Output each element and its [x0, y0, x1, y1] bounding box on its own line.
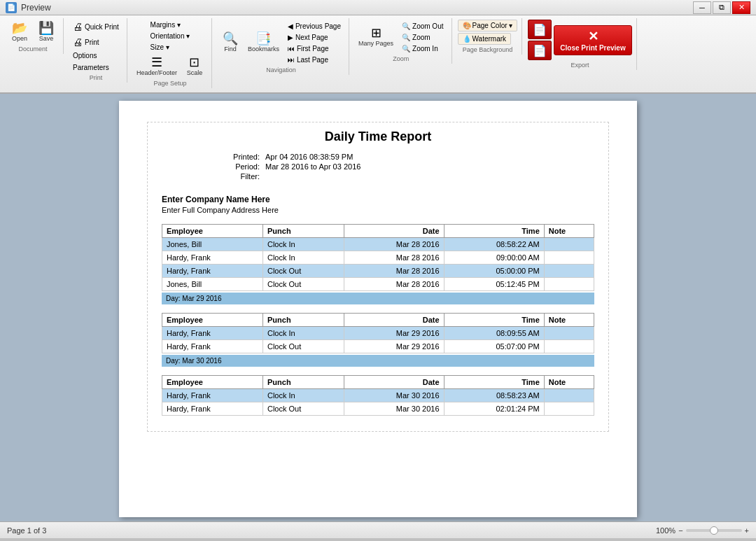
zoom-in-icon: 🔍 — [402, 45, 410, 52]
many-pages-button[interactable]: ⊞ Many Pages — [355, 24, 397, 49]
col-employee-1: Employee — [162, 225, 263, 238]
next-page-button[interactable]: ▶ Next Page — [284, 32, 344, 43]
page-setup-group-label: Page Setup — [153, 80, 186, 87]
col-date-2: Date — [344, 314, 444, 327]
header-footer-icon: ☰ — [151, 56, 162, 69]
export-group-label: Export — [570, 62, 589, 69]
ribbon-group-print: 🖨 Quick Print 🖨 Print Options Parameters… — [65, 18, 127, 83]
col-punch-1: Punch — [262, 225, 344, 238]
employee-cell: Jones, Bill — [162, 238, 263, 251]
page-info: Page 1 of 3 — [7, 526, 46, 535]
report-title: Daily Time Report — [162, 129, 594, 144]
save-icon: 💾 — [38, 22, 54, 34]
table-section-2: Employee Punch Date Time Note Hardy, Fra… — [162, 313, 594, 353]
printed-value: Apr 04 2016 08:38:59 PM — [265, 153, 353, 161]
punch-cell: Clock Out — [262, 402, 344, 416]
header-footer-button[interactable]: ☰ Header/Footer — [133, 54, 181, 78]
quick-print-icon: 🖨 — [73, 21, 83, 32]
employee-cell: Jones, Bill — [162, 278, 263, 291]
zoom-slider[interactable] — [686, 529, 742, 532]
time-cell: 08:58:22 AM — [444, 238, 544, 251]
table-row: Hardy, Frank Clock Out Mar 28 2016 05:00… — [162, 265, 594, 278]
options-button[interactable]: Options — [69, 50, 100, 61]
time-cell: 08:58:23 AM — [444, 389, 544, 402]
document-page: Daily Time Report Printed: Apr 04 2016 0… — [119, 101, 637, 517]
table-section-1: Employee Punch Date Time Note Jones, Bil… — [162, 224, 594, 291]
note-cell — [544, 389, 594, 402]
date-cell: Mar 28 2016 — [344, 238, 444, 251]
zoom-group-label: Zoom — [393, 55, 409, 62]
zoom-in-status-icon[interactable]: + — [745, 526, 749, 535]
pdf-export-button-2[interactable]: 📄 — [528, 41, 552, 60]
zoom-level: 100% — [656, 526, 676, 535]
date-cell: Mar 28 2016 — [344, 265, 444, 278]
previous-page-button[interactable]: ◀ Previous Page — [284, 21, 344, 31]
col-note-2: Note — [544, 314, 594, 327]
print-group-label: Print — [90, 74, 103, 81]
open-icon: 📂 — [12, 22, 27, 34]
ribbon-group-page-setup: Margins ▾ Orientation ▾ Size ▾ ☰ Header/… — [129, 18, 212, 88]
table-row: Jones, Bill Clock In Mar 28 2016 08:58:2… — [162, 238, 594, 251]
bookmarks-button[interactable]: 📑 Bookmarks — [244, 30, 283, 55]
table-section-3: Employee Punch Date Time Note Hardy, Fra… — [162, 375, 594, 416]
page-content: Daily Time Report Printed: Apr 04 2016 0… — [147, 122, 609, 432]
open-button[interactable]: 📂 Open — [7, 20, 32, 44]
col-date-1: Date — [344, 225, 444, 238]
zoom-out-button[interactable]: 🔍 Zoom Out — [398, 21, 447, 31]
punch-cell: Clock In — [262, 327, 344, 340]
time-cell: 05:00:00 PM — [444, 265, 544, 278]
employee-cell: Hardy, Frank — [162, 265, 263, 278]
parameters-button[interactable]: Parameters — [69, 62, 113, 73]
window-controls: ─ ⧉ ✕ — [693, 1, 750, 14]
window-title: Preview — [21, 3, 51, 13]
note-cell — [544, 402, 594, 416]
save-button[interactable]: 💾 Save — [34, 20, 59, 44]
col-time-2: Time — [444, 314, 544, 327]
period-label: Period: — [218, 162, 260, 171]
zoom-out-status-icon[interactable]: − — [678, 526, 682, 535]
size-button[interactable]: Size ▾ — [147, 42, 173, 52]
page-color-button[interactable]: 🎨 Page Color ▾ — [458, 20, 518, 31]
restore-button[interactable]: ⧉ — [713, 1, 731, 14]
ribbon-group-export: 📄 📄 ✕ Close Print Preview Export — [524, 18, 636, 70]
date-cell: Mar 30 2016 — [344, 389, 444, 402]
col-note-3: Note — [544, 376, 594, 389]
col-punch-2: Punch — [262, 314, 344, 327]
punch-cell: Clock Out — [262, 340, 344, 353]
col-time-3: Time — [444, 376, 544, 389]
ribbon: 📂 Open 💾 Save Document 🖨 Quick Print 🖨 — [0, 15, 756, 94]
printed-label: Printed: — [218, 153, 260, 161]
table-row: Hardy, Frank Clock In Mar 28 2016 09:00:… — [162, 251, 594, 265]
time-cell: 02:01:24 PM — [444, 402, 544, 416]
zoom-out-icon: 🔍 — [402, 22, 410, 30]
punch-cell: Clock In — [262, 251, 344, 265]
first-page-button[interactable]: ⏮ First Page — [284, 43, 344, 54]
next-page-icon: ▶ — [288, 34, 293, 41]
zoom-in-button[interactable]: 🔍 Zoom In — [398, 43, 447, 54]
watermark-button[interactable]: 💧 Watermark — [458, 33, 512, 45]
last-page-button[interactable]: ⏭ Last Page — [284, 55, 344, 65]
period-value: Mar 28 2016 to Apr 03 2016 — [265, 162, 360, 171]
margins-button[interactable]: Margins ▾ — [147, 20, 184, 30]
find-button[interactable]: 🔍 Find — [218, 30, 243, 55]
main-area: Daily Time Report Printed: Apr 04 2016 0… — [0, 94, 756, 521]
minimize-button[interactable]: ─ — [693, 1, 711, 14]
close-print-preview-button[interactable]: ✕ Close Print Preview — [554, 25, 631, 55]
scale-button[interactable]: ⊡ Scale — [182, 54, 207, 78]
watermark-icon: 💧 — [463, 35, 471, 43]
date-cell: Mar 28 2016 — [344, 251, 444, 265]
close-button[interactable]: ✕ — [732, 1, 750, 14]
print-button[interactable]: 🖨 Print — [69, 35, 103, 49]
pdf-export-button-1[interactable]: 📄 — [528, 20, 552, 39]
time-cell: 05:07:00 PM — [444, 340, 544, 353]
orientation-button[interactable]: Orientation ▾ — [147, 31, 194, 41]
pdf-icon-2: 📄 — [533, 44, 547, 57]
first-page-icon: ⏮ — [288, 45, 295, 52]
close-preview-icon: ✕ — [588, 29, 598, 44]
employee-cell: Hardy, Frank — [162, 251, 263, 265]
zoom-controls: 100% − + — [656, 526, 749, 535]
note-cell — [544, 278, 594, 291]
zoom-button[interactable]: 🔍 Zoom — [398, 32, 447, 43]
punch-cell: Clock In — [262, 389, 344, 402]
quick-print-button[interactable]: 🖨 Quick Print — [69, 20, 122, 34]
